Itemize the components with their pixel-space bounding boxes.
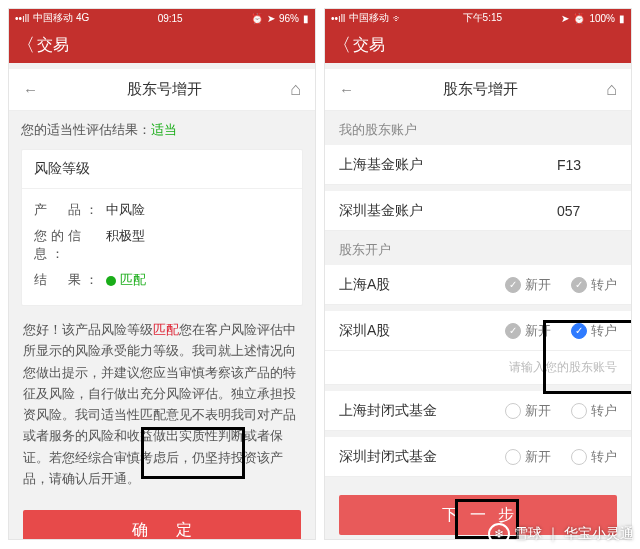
carrier-label: 中国移动 bbox=[349, 11, 389, 25]
section-accounts-label: 我的股东账户 bbox=[325, 111, 631, 145]
signal-icon: ••ıll bbox=[331, 13, 345, 24]
confirm-button[interactable]: 确 定 bbox=[23, 510, 301, 540]
nav-title[interactable]: 交易 bbox=[353, 35, 385, 56]
opt-sha-transfer[interactable]: ✓转户 bbox=[571, 276, 617, 294]
eval-prefix: 您的适当性评估结果： bbox=[21, 122, 151, 137]
page-title: 股东号增开 bbox=[354, 80, 606, 99]
disclosure-text: 您好！该产品风险等级匹配您在客户风险评估中所显示的风险承受能力等级。我司就上述情… bbox=[9, 306, 315, 500]
battery-icon: ▮ bbox=[619, 13, 625, 24]
battery-label: 96% bbox=[279, 13, 299, 24]
account-row-sz[interactable]: 深圳基金账户057 bbox=[325, 191, 631, 231]
risk-card: 风险等级 产 品：中风险 您的信息：积极型 结 果：匹配 bbox=[21, 149, 303, 306]
alarm-icon: ⏰ bbox=[251, 13, 263, 24]
alarm-icon: ⏰ bbox=[573, 13, 585, 24]
back-icon[interactable]: 〈 bbox=[17, 33, 35, 57]
opt-sza-transfer[interactable]: ✓转户 bbox=[571, 322, 617, 340]
nav-bar: 〈 交易 bbox=[9, 27, 315, 63]
status-bar: ••ıll中国移动 4G 09:15 ⏰➤96%▮ bbox=[9, 9, 315, 27]
open-row-sza: 深圳A股 ✓新开 ✓转户 bbox=[325, 311, 631, 351]
check-icon: ✓ bbox=[505, 277, 521, 293]
page-header: ← 股东号增开 ⌂ bbox=[9, 69, 315, 111]
location-icon: ➤ bbox=[267, 13, 275, 24]
phone-right: ••ıll中国移动ᯤ 下午5:15 ➤⏰100%▮ 〈 交易 ← 股东号增开 ⌂… bbox=[324, 8, 632, 540]
check-icon bbox=[571, 403, 587, 419]
open-row-sha: 上海A股 ✓新开 ✓转户 bbox=[325, 265, 631, 305]
wifi-icon: ᯤ bbox=[393, 13, 403, 24]
page-header: ← 股东号增开 ⌂ bbox=[325, 69, 631, 111]
phone-left: ••ıll中国移动 4G 09:15 ⏰➤96%▮ 〈 交易 ← 股东号增开 ⌂… bbox=[8, 8, 316, 540]
battery-icon: ▮ bbox=[303, 13, 309, 24]
opt-szf-transfer[interactable]: 转户 bbox=[571, 448, 617, 466]
open-row-sh-fund: 上海封闭式基金 新开 转户 bbox=[325, 391, 631, 431]
nav-title[interactable]: 交易 bbox=[37, 35, 69, 56]
carrier-label: 中国移动 4G bbox=[33, 11, 89, 25]
match-dot-icon bbox=[106, 276, 116, 286]
battery-label: 100% bbox=[589, 13, 615, 24]
kv-product: 产 品：中风险 bbox=[34, 197, 290, 223]
header-back-icon[interactable]: ← bbox=[23, 81, 38, 98]
xueqiu-icon: ❄ bbox=[488, 523, 510, 545]
eval-value: 适当 bbox=[151, 122, 177, 137]
back-icon[interactable]: 〈 bbox=[333, 33, 351, 57]
check-icon bbox=[571, 449, 587, 465]
check-icon: ✓ bbox=[505, 323, 521, 339]
signal-icon: ••ıll bbox=[15, 13, 29, 24]
kv-result: 结 果：匹配 bbox=[34, 267, 290, 293]
kv-info: 您的信息：积极型 bbox=[34, 223, 290, 267]
card-header: 风险等级 bbox=[22, 150, 302, 189]
account-input[interactable]: 请输入您的股东账号 bbox=[325, 351, 631, 385]
nav-bar: 〈 交易 bbox=[325, 27, 631, 63]
watermark: ❄ 雪球｜华宝小灵通 bbox=[488, 523, 634, 545]
location-icon: ➤ bbox=[561, 13, 569, 24]
check-icon: ✓ bbox=[571, 323, 587, 339]
page-title: 股东号增开 bbox=[38, 80, 290, 99]
opt-sza-new[interactable]: ✓新开 bbox=[505, 322, 551, 340]
opt-szf-new[interactable]: 新开 bbox=[505, 448, 551, 466]
account-row-sh[interactable]: 上海基金账户F13 bbox=[325, 145, 631, 185]
check-icon bbox=[505, 449, 521, 465]
opt-shf-new[interactable]: 新开 bbox=[505, 402, 551, 420]
clock-label: 下午5:15 bbox=[463, 11, 502, 25]
opt-sha-new[interactable]: ✓新开 bbox=[505, 276, 551, 294]
check-icon bbox=[505, 403, 521, 419]
home-icon[interactable]: ⌂ bbox=[290, 79, 301, 100]
clock-label: 09:15 bbox=[158, 13, 183, 24]
opt-shf-transfer[interactable]: 转户 bbox=[571, 402, 617, 420]
section-open-label: 股东开户 bbox=[325, 231, 631, 265]
eval-result: 您的适当性评估结果：适当 bbox=[9, 111, 315, 149]
open-row-sz-fund: 深圳封闭式基金 新开 转户 bbox=[325, 437, 631, 477]
home-icon[interactable]: ⌂ bbox=[606, 79, 617, 100]
header-back-icon[interactable]: ← bbox=[339, 81, 354, 98]
check-icon: ✓ bbox=[571, 277, 587, 293]
status-bar: ••ıll中国移动ᯤ 下午5:15 ➤⏰100%▮ bbox=[325, 9, 631, 27]
